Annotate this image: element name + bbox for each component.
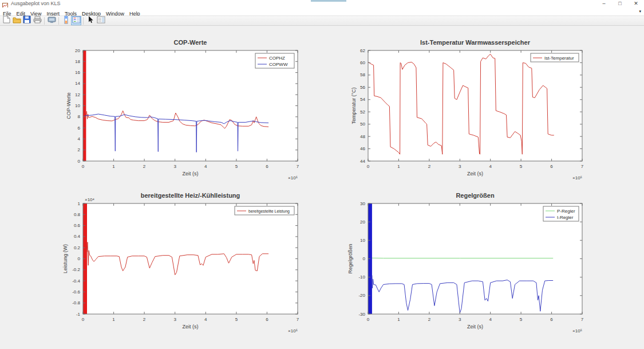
legend[interactable]: bereitgestellte Leistung — [235, 206, 294, 215]
x-axis-exponent: ×10⁵ — [572, 328, 582, 334]
svg-text:46: 46 — [360, 146, 365, 151]
window-title: Ausgabeplot von KLS — [11, 1, 61, 6]
legend[interactable]: Ist-Temperatur — [531, 53, 579, 62]
y-axis-label: COP-Werte — [66, 92, 72, 119]
print-figure-icon — [33, 15, 42, 26]
maximize-button[interactable]: □ — [612, 0, 628, 7]
svg-text:20: 20 — [360, 219, 365, 225]
legend[interactable]: COPHZCOPWW — [255, 53, 294, 68]
svg-text:-0.4: -0.4 — [72, 279, 80, 284]
svg-text:4: 4 — [489, 317, 492, 322]
chart-svg-cop-werte: 0123456702468101214161820COP-WerteZeit (… — [40, 30, 314, 190]
menu-overflow-arrow[interactable]: ▾ — [639, 7, 641, 15]
svg-text:-30: -30 — [358, 312, 365, 317]
toolbar-separator — [44, 17, 45, 25]
svg-text:1: 1 — [78, 201, 81, 206]
save-figure-icon — [23, 15, 31, 26]
insert-colorbar-icon — [64, 15, 69, 26]
svg-text:2: 2 — [143, 317, 146, 322]
svg-text:0: 0 — [78, 159, 81, 164]
link-plot-button[interactable] — [46, 16, 57, 25]
svg-text:1: 1 — [112, 164, 115, 169]
svg-text:0.2: 0.2 — [74, 245, 81, 250]
svg-text:-0.6: -0.6 — [72, 289, 80, 295]
svg-text:5: 5 — [520, 164, 523, 169]
toolbar — [0, 15, 644, 26]
toolbar-separator — [58, 17, 59, 25]
svg-text:16: 16 — [75, 70, 80, 75]
legend[interactable]: P-ReglerI-Regler — [543, 206, 579, 221]
print-figure-button[interactable] — [32, 16, 42, 25]
svg-text:-0.2: -0.2 — [72, 267, 80, 272]
svg-text:58: 58 — [360, 72, 365, 77]
open-file-icon — [13, 15, 21, 26]
menu-bar: FileEditViewInsertToolsDesktopWindowHelp — [0, 7, 644, 15]
title-bar: Ausgabeplot von KLS – □ ✕ — [0, 0, 644, 7]
svg-text:1: 1 — [397, 164, 400, 169]
svg-text:4: 4 — [204, 164, 207, 169]
svg-text:0: 0 — [367, 317, 370, 322]
svg-text:2: 2 — [428, 164, 431, 169]
insert-colorbar-button[interactable] — [61, 16, 71, 25]
chart-svg-regelgroessen: 01234567-30-20-100102030RegelgrößenZeit … — [325, 183, 598, 343]
svg-text:44: 44 — [360, 159, 365, 164]
open-file-button[interactable] — [11, 16, 22, 25]
svg-text:20: 20 — [75, 48, 80, 53]
close-button[interactable]: ✕ — [628, 0, 644, 7]
svg-text:30: 30 — [360, 201, 365, 206]
svg-text:0: 0 — [82, 164, 85, 169]
open-property-inspector-button[interactable] — [96, 16, 106, 25]
x-axis-label: Zeit (s) — [467, 171, 483, 177]
svg-text:6: 6 — [78, 126, 81, 131]
new-figure-icon — [3, 15, 10, 26]
svg-text:I-Regler: I-Regler — [557, 215, 574, 220]
svg-text:0: 0 — [78, 256, 81, 261]
insert-legend-icon — [72, 15, 81, 26]
svg-text:54: 54 — [360, 97, 365, 102]
svg-text:-1: -1 — [76, 312, 81, 317]
svg-text:3: 3 — [173, 317, 176, 322]
svg-text:0: 0 — [367, 164, 370, 169]
svg-text:0: 0 — [363, 256, 366, 261]
matlab-figure-icon — [2, 1, 8, 6]
x-axis-exponent: ×10⁵ — [288, 175, 298, 181]
svg-text:0: 0 — [82, 317, 85, 322]
edit-plot-button[interactable] — [85, 16, 96, 25]
svg-text:6: 6 — [550, 164, 553, 169]
svg-text:3: 3 — [459, 317, 461, 322]
svg-text:5: 5 — [520, 317, 523, 322]
svg-text:7: 7 — [581, 164, 584, 169]
insert-legend-button[interactable] — [71, 16, 81, 25]
x-axis-exponent: ×10⁵ — [572, 175, 582, 181]
minimize-button[interactable]: – — [596, 0, 612, 7]
svg-text:2: 2 — [428, 317, 431, 322]
x-axis-exponent: ×10⁵ — [288, 328, 298, 334]
chart-cop-werte: 0123456702468101214161820COP-WerteZeit (… — [40, 30, 314, 192]
svg-text:7: 7 — [581, 317, 584, 322]
y-axis-label: Regelgrößen — [347, 244, 353, 273]
new-figure-button[interactable] — [1, 16, 11, 25]
svg-text:4: 4 — [204, 317, 207, 322]
svg-text:-0.8: -0.8 — [72, 300, 80, 305]
svg-text:50: 50 — [360, 121, 365, 127]
save-figure-button[interactable] — [22, 16, 32, 25]
svg-text:62: 62 — [360, 48, 365, 53]
svg-text:0.4: 0.4 — [74, 234, 81, 239]
edit-plot-icon — [87, 15, 94, 26]
svg-text:-20: -20 — [358, 293, 365, 298]
svg-text:7: 7 — [297, 164, 299, 169]
svg-text:10: 10 — [75, 103, 80, 108]
svg-text:4: 4 — [489, 164, 492, 169]
svg-text:0.8: 0.8 — [74, 212, 81, 217]
svg-text:7: 7 — [297, 317, 299, 322]
titlebar-accent-strip — [311, 0, 346, 2]
svg-text:6: 6 — [550, 317, 553, 322]
svg-text:COPHZ: COPHZ — [269, 56, 285, 61]
link-plot-icon — [48, 15, 56, 26]
svg-text:0.6: 0.6 — [74, 223, 81, 228]
svg-text:1: 1 — [112, 317, 115, 322]
chart-regelgroessen: 01234567-30-20-100102030RegelgrößenZeit … — [325, 183, 598, 345]
svg-text:48: 48 — [360, 134, 365, 139]
svg-text:52: 52 — [360, 109, 365, 115]
y-axis-exponent: ×10⁴ — [85, 197, 95, 202]
